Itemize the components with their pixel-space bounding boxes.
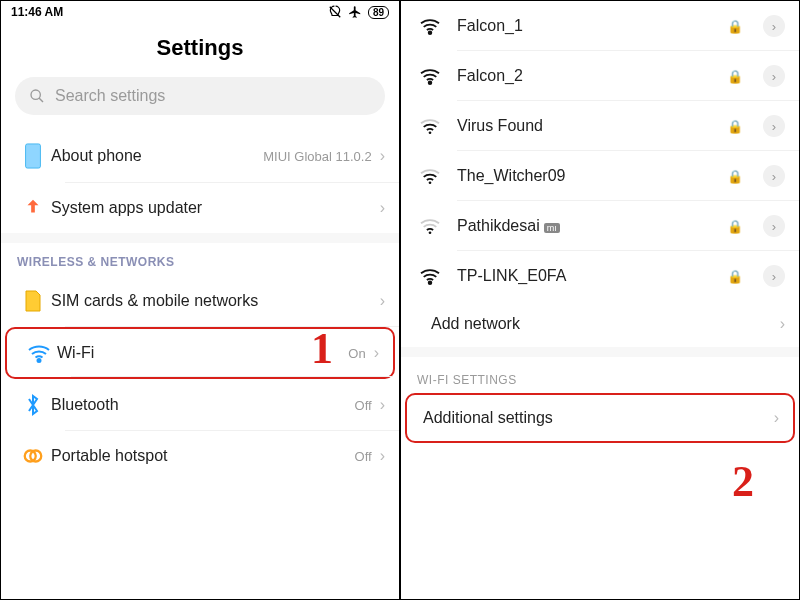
additional-settings-button[interactable]: Additional settings › [405, 393, 795, 443]
add-network-label: Add network [431, 315, 768, 333]
svg-point-10 [429, 281, 432, 284]
section-header-wireless: WIRELESS & NETWORKS [1, 243, 399, 275]
svg-point-9 [429, 231, 432, 234]
wifi-network-row[interactable]: Pathikdesaimı 🔒 › [401, 201, 799, 251]
wifi-network-row[interactable]: Virus Found 🔒 › [401, 101, 799, 151]
settings-item-bluetooth[interactable]: Bluetooth Off › [1, 379, 399, 431]
phone-icon [15, 143, 51, 169]
wifi-network-row[interactable]: Falcon_1 🔒 › [401, 1, 799, 51]
dnd-icon [328, 5, 342, 19]
chevron-right-icon[interactable]: › [763, 15, 785, 37]
search-placeholder: Search settings [55, 87, 165, 105]
chevron-right-icon: › [380, 147, 385, 165]
item-label: System apps updater [51, 199, 380, 217]
wifi-name: TP-LINK_E0FA [457, 267, 715, 285]
wifi-signal-icon [415, 267, 445, 285]
settings-item-about-phone[interactable]: About phone MIUI Global 11.0.2 › [1, 129, 399, 183]
lock-icon: 🔒 [727, 69, 743, 84]
settings-item-wifi[interactable]: Wi-Fi On › [5, 327, 395, 379]
svg-point-2 [38, 359, 41, 362]
item-label: Wi-Fi [57, 344, 348, 362]
svg-point-7 [429, 131, 432, 134]
item-value: Off [355, 398, 372, 413]
chevron-right-icon: › [380, 199, 385, 217]
item-label: About phone [51, 147, 263, 165]
wifi-signal-icon [415, 167, 445, 185]
item-label: Bluetooth [51, 396, 355, 414]
chevron-right-icon[interactable]: › [763, 165, 785, 187]
annotation-2: 2 [732, 456, 754, 507]
svg-point-0 [31, 90, 40, 99]
svg-point-6 [429, 81, 432, 84]
chevron-right-icon: › [774, 409, 779, 427]
search-icon [29, 88, 45, 104]
chevron-right-icon[interactable]: › [763, 215, 785, 237]
lock-icon: 🔒 [727, 19, 743, 34]
wifi-network-row[interactable]: Falcon_2 🔒 › [401, 51, 799, 101]
svg-point-5 [429, 31, 432, 34]
search-input[interactable]: Search settings [15, 77, 385, 115]
section-header-wifi-settings: WI-FI SETTINGS [401, 357, 799, 393]
chevron-right-icon[interactable]: › [763, 65, 785, 87]
wifi-signal-icon [415, 17, 445, 35]
lock-icon: 🔒 [727, 219, 743, 234]
settings-item-system-apps-updater[interactable]: System apps updater › [1, 183, 399, 233]
lock-icon: 🔒 [727, 269, 743, 284]
battery-indicator: 89 [368, 6, 389, 19]
add-network-button[interactable]: Add network › [401, 301, 799, 347]
status-time: 11:46 AM [11, 5, 63, 19]
hotspot-icon [15, 445, 51, 467]
settings-item-hotspot[interactable]: Portable hotspot Off › [1, 431, 399, 481]
wifi-name: Pathikdesaimı [457, 217, 715, 235]
chevron-right-icon: › [780, 315, 785, 333]
annotation-1: 1 [311, 323, 333, 374]
wifi-signal-icon [415, 117, 445, 135]
svg-rect-1 [26, 144, 41, 168]
updater-icon [15, 197, 51, 219]
item-value: Off [355, 449, 372, 464]
chevron-right-icon: › [374, 344, 379, 362]
wifi-name: The_Witcher09 [457, 167, 715, 185]
lock-icon: 🔒 [727, 169, 743, 184]
wifi-name: Falcon_2 [457, 67, 715, 85]
wifi-pane: Falcon_1 🔒 › Falcon_2 🔒 › Virus Found 🔒 … [400, 1, 799, 599]
item-label: SIM cards & mobile networks [51, 292, 380, 310]
chevron-right-icon: › [380, 396, 385, 414]
wifi-icon [21, 343, 57, 363]
additional-settings-label: Additional settings [423, 409, 762, 427]
chevron-right-icon: › [380, 292, 385, 310]
wifi-signal-icon [415, 217, 445, 235]
item-value: MIUI Global 11.0.2 [263, 149, 371, 164]
wifi-name: Virus Found [457, 117, 715, 135]
item-label: Portable hotspot [51, 447, 355, 465]
bluetooth-icon [15, 393, 51, 417]
sim-icon [15, 289, 51, 313]
svg-point-8 [429, 181, 432, 184]
lock-icon: 🔒 [727, 119, 743, 134]
settings-pane: 11:46 AM 89 Settings Search settings [1, 1, 400, 599]
settings-item-sim[interactable]: SIM cards & mobile networks › [1, 275, 399, 327]
chevron-right-icon[interactable]: › [763, 115, 785, 137]
mi-badge-icon: mı [544, 223, 560, 233]
page-title: Settings [1, 35, 399, 61]
airplane-icon [348, 5, 362, 19]
wifi-signal-icon [415, 67, 445, 85]
item-value: On [348, 346, 365, 361]
wifi-network-row[interactable]: The_Witcher09 🔒 › [401, 151, 799, 201]
chevron-right-icon[interactable]: › [763, 265, 785, 287]
status-bar: 11:46 AM 89 [1, 1, 399, 23]
wifi-network-row[interactable]: TP-LINK_E0FA 🔒 › [401, 251, 799, 301]
wifi-name: Falcon_1 [457, 17, 715, 35]
chevron-right-icon: › [380, 447, 385, 465]
